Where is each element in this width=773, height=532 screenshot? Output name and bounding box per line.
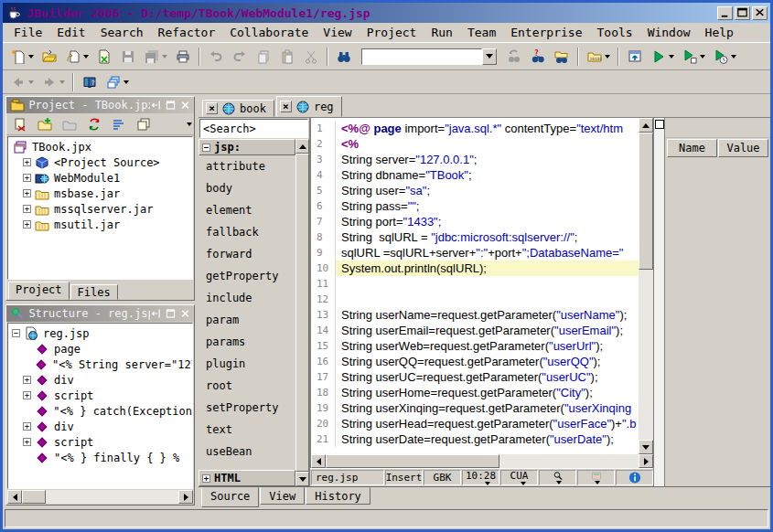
scroll-left-button[interactable]	[7, 490, 22, 504]
open-doc-button[interactable]	[61, 47, 92, 67]
scroll-down-button[interactable]	[639, 440, 653, 454]
close-button[interactable]	[752, 6, 768, 20]
info-icon[interactable]	[616, 470, 653, 485]
scroll-thumb[interactable]	[639, 133, 653, 270]
back-button[interactable]	[6, 72, 38, 92]
project-tree-item[interactable]: +WebModule1	[8, 170, 192, 186]
document-tab-reg[interactable]: ×reg	[276, 96, 342, 117]
palette-item-forward[interactable]: forward	[199, 243, 295, 265]
expand-icon[interactable]: +	[23, 220, 31, 229]
expand-icon[interactable]: +	[23, 189, 31, 197]
scroll-left-button[interactable]	[311, 454, 326, 468]
structure-tree-item[interactable]: −reg.jsp	[8, 325, 192, 341]
palette-item-plugin[interactable]: plugin	[199, 353, 295, 375]
menu-refactor[interactable]: Refactor	[151, 24, 223, 41]
search-combobox[interactable]	[361, 48, 497, 65]
scroll-thumb[interactable]	[22, 490, 46, 504]
save-button[interactable]	[116, 47, 140, 67]
tab-project[interactable]: Project	[8, 282, 70, 300]
status-insert-mode[interactable]: Insert	[385, 470, 423, 485]
structure-tree-item[interactable]: page	[8, 341, 192, 356]
redo-button[interactable]	[228, 47, 252, 67]
expand-icon[interactable]: +	[23, 391, 31, 399]
scroll-track[interactable]	[499, 454, 639, 468]
code-line[interactable]: 2<%	[311, 136, 639, 152]
undo-button[interactable]	[204, 47, 228, 67]
code-line[interactable]: 11	[311, 276, 639, 292]
search-combobox-input[interactable]	[361, 48, 482, 65]
scroll-thumb[interactable]	[326, 454, 499, 468]
search-again-button[interactable]	[502, 47, 526, 67]
structure-tree-item[interactable]: +script	[8, 434, 192, 450]
code-area[interactable]: 1<%@ page import="java.sql.*" contentTyp…	[311, 118, 639, 454]
palette-group-html[interactable]: +HTML	[199, 470, 295, 486]
code-line[interactable]: 16String userQQ=request.getParameter("us…	[311, 354, 639, 369]
palette-search[interactable]	[199, 119, 308, 138]
project-close-button[interactable]	[8, 114, 32, 134]
code-line[interactable]: 15String userWeb=request.getParameter("u…	[311, 338, 639, 354]
paste-button[interactable]	[275, 47, 299, 67]
menu-tools[interactable]: Tools	[590, 24, 640, 41]
code-line[interactable]: 1<%@ page import="java.sql.*" contentTyp…	[311, 121, 639, 136]
dropdown-caret-icon[interactable]	[123, 80, 129, 84]
project-tree-item[interactable]: TBook.jpx	[8, 139, 192, 154]
palette-scrollbar[interactable]	[295, 139, 309, 486]
dropdown-caret-icon[interactable]	[59, 80, 65, 84]
code-line[interactable]: 18String userHome=request.getParameter("…	[311, 385, 639, 400]
save-all-button[interactable]	[140, 47, 171, 67]
splitter-grip[interactable]	[655, 120, 664, 129]
copy-button[interactable]	[252, 47, 275, 67]
structure-panel-header[interactable]: Structure - reg.jsp	[6, 305, 194, 322]
project-tree-item[interactable]: +msutil.jar	[8, 217, 192, 232]
code-line[interactable]: 21String userDate=request.getParameter("…	[311, 431, 639, 447]
pin-icon[interactable]	[150, 100, 162, 112]
code-line[interactable]: 12	[311, 292, 639, 307]
find-in-path-button[interactable]	[550, 47, 574, 67]
maximize-panel-icon[interactable]	[165, 308, 177, 320]
palette-search-input[interactable]	[200, 122, 307, 135]
expand-icon[interactable]: +	[23, 422, 31, 431]
palette-item-usebean[interactable]: useBean	[199, 441, 295, 463]
expand-icon[interactable]: +	[23, 376, 31, 384]
menu-file[interactable]: File	[6, 24, 49, 41]
scroll-right-button[interactable]	[178, 490, 193, 504]
tab-files[interactable]: Files	[70, 284, 118, 300]
help-book-button[interactable]: ?	[78, 72, 102, 92]
editor-right-splitter[interactable]	[653, 118, 665, 486]
view-tab-history[interactable]: History	[306, 487, 370, 505]
zoom-icon[interactable]	[539, 470, 576, 485]
expand-icon[interactable]: +	[23, 438, 31, 446]
dropdown-caret-icon[interactable]	[700, 55, 705, 59]
menu-help[interactable]: Help	[698, 24, 741, 41]
scroll-down-button[interactable]	[295, 472, 309, 486]
colors-icon[interactable]	[577, 470, 615, 485]
project-tree[interactable]: TBook.jpx+<Project Source>+WebModule1+ms…	[7, 136, 193, 280]
palette-item-element[interactable]: element	[199, 199, 295, 221]
code-line[interactable]: 13String userName=request.getParameter("…	[311, 307, 639, 323]
palette-item-root[interactable]: root	[199, 375, 295, 397]
structure-tree-item[interactable]: "<% } finally { } %	[8, 450, 192, 465]
code-line[interactable]: 9sqlURL =sqlURL+server+":"+port+";Databa…	[311, 245, 639, 261]
scroll-track[interactable]	[639, 270, 653, 440]
palette-item-setproperty[interactable]: setProperty	[199, 397, 295, 419]
structure-tree-item[interactable]: +div	[8, 419, 192, 434]
menu-edit[interactable]: Edit	[49, 24, 92, 41]
palette-item-attribute[interactable]: attribute	[199, 155, 295, 177]
code-line[interactable]: 6String pass="";	[311, 198, 639, 214]
save-as-xml-button[interactable]	[92, 47, 116, 67]
project-tree-item[interactable]: +<Project Source>	[8, 154, 192, 170]
project-panel-header[interactable]: Project - TBook.jpx	[6, 97, 194, 113]
editor-vscrollbar[interactable]	[639, 118, 653, 454]
menu-search[interactable]: Search	[93, 24, 151, 41]
dropdown-caret-icon[interactable]	[605, 55, 610, 59]
close-tab-icon[interactable]: ×	[206, 102, 218, 114]
project-sort-button[interactable]	[107, 114, 131, 134]
status-keymap[interactable]: CUA	[500, 470, 538, 485]
expand-icon[interactable]: +	[202, 474, 210, 483]
scroll-up-button[interactable]	[639, 118, 653, 133]
column-header-name[interactable]: Name	[667, 139, 717, 157]
help-find-button[interactable]: ?	[526, 47, 550, 67]
scroll-track[interactable]	[46, 490, 178, 504]
code-line[interactable]: 20String userHead=request.getParameter("…	[311, 416, 639, 431]
menu-window[interactable]: Window	[640, 24, 698, 41]
